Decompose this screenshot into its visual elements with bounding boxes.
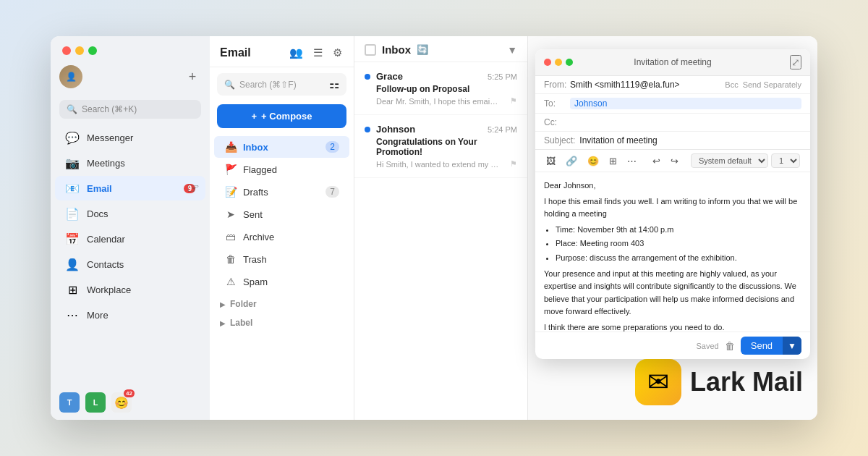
sidebar-item-meetings[interactable]: 📷 Meetings: [55, 151, 205, 175]
image-btn[interactable]: 🖼: [542, 154, 559, 168]
filter-messages-icon[interactable]: ▼: [507, 44, 517, 56]
folder-item-sent[interactable]: ➤ Sent: [214, 203, 349, 225]
folder-label: Trash: [243, 254, 339, 265]
cursor-icon: ☞: [187, 180, 200, 197]
refresh-icon[interactable]: 🔄: [417, 44, 428, 55]
message-preview: Dear Mr. Smith, I hope this email finds …: [376, 97, 499, 106]
sidebar-item-docs[interactable]: 📄 Docs: [55, 201, 205, 226]
folder-label: Spam: [243, 276, 339, 287]
messages-header: Inbox 🔄 ▼: [354, 36, 527, 62]
compose-to-field[interactable]: To: Johnson: [535, 94, 810, 114]
flag-icon[interactable]: ⚑: [510, 96, 517, 106]
message-preview: Hi Smith, I wanted to extend my heartfel…: [376, 160, 499, 169]
folder-count: 7: [326, 186, 339, 198]
archive-icon: 🗃: [224, 231, 237, 242]
sidebar-item-calendar[interactable]: 📅 Calendar: [55, 227, 205, 251]
calendar-icon: 📅: [65, 232, 80, 246]
drafts-icon: 📝: [224, 186, 237, 198]
contacts-icon-btn[interactable]: 👥: [288, 45, 305, 61]
folder-item-spam[interactable]: ⚠ Spam: [214, 271, 349, 292]
redo-btn[interactable]: ↪: [667, 154, 682, 168]
traffic-lights: [62, 46, 97, 55]
send-button-group[interactable]: Send ▼: [741, 337, 801, 355]
send-button[interactable]: Send: [741, 337, 783, 355]
compose-close[interactable]: [544, 59, 551, 66]
font-color-btn[interactable]: A: [809, 154, 810, 168]
sidebar-item-email[interactable]: 📧 Email 9 ☞: [55, 176, 205, 200]
add-button[interactable]: +: [184, 68, 201, 85]
meetings-icon: 📷: [65, 156, 80, 170]
undo-btn[interactable]: ↩: [649, 154, 664, 168]
chevron-right-icon: ▶: [220, 319, 226, 327]
table-btn[interactable]: ⊞: [605, 154, 621, 168]
email-icon: 📧: [65, 181, 80, 195]
expand-button[interactable]: ⤢: [790, 55, 801, 69]
font-family-select[interactable]: System default: [691, 153, 768, 168]
sidebar-search-label: Search (⌘+K): [82, 104, 137, 114]
compose-minimize[interactable]: [555, 59, 562, 66]
folder-section-label: Label: [230, 318, 252, 328]
folder-item-drafts[interactable]: 📝 Drafts 7: [214, 181, 349, 203]
folder-item-archive[interactable]: 🗃 Archive: [214, 226, 349, 248]
emoji-btn[interactable]: 😊: [584, 154, 603, 168]
close-button[interactable]: [62, 46, 71, 55]
sidebar-search[interactable]: 🔍 Search (⌘+K): [59, 100, 201, 119]
font-size-select[interactable]: 14: [771, 153, 800, 168]
messenger-icon: 💬: [65, 130, 80, 145]
avatar[interactable]: 👤: [59, 65, 82, 88]
folder-label: Inbox: [243, 142, 320, 153]
folder-section-label[interactable]: ▶ Label: [210, 312, 354, 331]
message-item-1[interactable]: Grace 5:25 PM Follow-up on Proposal Dear…: [354, 62, 527, 115]
compose-intro: I hope this email finds you well. I am w…: [544, 195, 801, 221]
subject-value: Invitation of meeting: [579, 135, 657, 145]
email-panel-header: Email 👥 ☰ ⚙: [210, 36, 354, 67]
messages-panel: Inbox 🔄 ▼ Grace 5:25 PM Follow-up on Pro…: [354, 36, 528, 420]
select-all-checkbox[interactable]: [365, 44, 376, 56]
bcc-label[interactable]: Bcc: [725, 80, 738, 89]
sidebar-item-contacts[interactable]: 👤 Contacts: [55, 252, 205, 276]
minimize-button[interactable]: [75, 46, 84, 55]
saved-text: Saved: [697, 342, 719, 350]
trash-icon: 🗑: [224, 253, 237, 265]
search-icon: 🔍: [224, 80, 235, 90]
sender-name: Grace: [376, 71, 403, 82]
lark-mail-text: Lark Mail: [690, 367, 803, 397]
filter-icon[interactable]: ⚏: [329, 77, 339, 91]
sidebar-item-messenger[interactable]: 💬 Messenger: [55, 125, 205, 150]
compose-fullscreen[interactable]: [566, 59, 573, 66]
fullscreen-button[interactable]: [88, 46, 97, 55]
bottom-avatar-l[interactable]: L: [85, 392, 106, 413]
folder-section-folder[interactable]: ▶ Folder: [210, 293, 354, 312]
message-item-2[interactable]: Johnson 5:24 PM Congratulations on Your …: [354, 115, 527, 178]
settings-icon-btn[interactable]: ⚙: [331, 45, 344, 61]
notification-container[interactable]: 😊 42: [111, 392, 132, 413]
bottom-avatar-t[interactable]: T: [59, 392, 80, 413]
lark-mail-icon: ✉: [635, 359, 681, 405]
delete-draft-button[interactable]: 🗑: [725, 340, 735, 352]
compose-window-title: Invitation of meeting: [634, 57, 711, 67]
compose-body[interactable]: Dear Johnson, I hope this email finds yo…: [535, 172, 810, 332]
spam-icon: ⚠: [224, 276, 237, 287]
app-window: 👤 + 🔍 Search (⌘+K) 💬 Messenger 📷 Meeting…: [51, 36, 817, 420]
folder-item-inbox[interactable]: 📥 Inbox 2: [214, 136, 349, 158]
send-options-button[interactable]: ▼: [783, 337, 801, 355]
folder-item-flagged[interactable]: 🚩 Flagged: [214, 159, 349, 180]
flag-icon[interactable]: ⚑: [510, 159, 517, 169]
compose-cc-field[interactable]: Cc:: [535, 114, 810, 132]
to-value[interactable]: Johnson: [570, 98, 801, 109]
link-btn[interactable]: 🔗: [562, 154, 581, 168]
email-search-bar[interactable]: 🔍 Search (⌘⇧F) ⚏: [217, 73, 346, 96]
compose-window-header: Invitation of meeting ⤢: [535, 49, 810, 76]
lark-branding: ✉ Lark Mail: [635, 359, 803, 405]
folder-item-trash[interactable]: 🗑 Trash: [214, 248, 349, 270]
docs-icon: 📄: [65, 206, 80, 221]
more-format-btn[interactable]: ⋯: [624, 154, 640, 168]
sidebar-top: 👤 +: [51, 65, 210, 97]
sidebar-item-workplace[interactable]: ⊞ Workplace: [55, 277, 205, 302]
compose-subject-field[interactable]: Subject: Invitation of meeting: [535, 132, 810, 150]
send-separately-label[interactable]: Send Separately: [743, 80, 801, 89]
compose-button[interactable]: + + Compose: [217, 104, 346, 128]
list-icon-btn[interactable]: ☰: [312, 45, 324, 61]
sidebar-item-more[interactable]: ⋯ More: [55, 303, 205, 327]
cc-label: Cc:: [544, 117, 566, 127]
